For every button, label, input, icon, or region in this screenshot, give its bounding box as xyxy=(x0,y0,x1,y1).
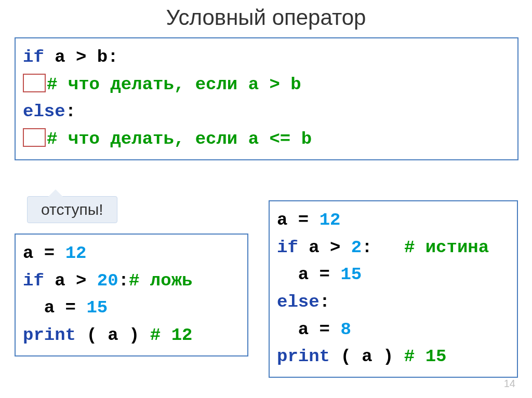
callout-indent: отступы! xyxy=(27,196,117,223)
code-text: a > xyxy=(44,271,97,291)
code-line: print ( a ) # 12 xyxy=(23,322,240,349)
code-text: : xyxy=(362,238,404,257)
code-text: a > xyxy=(298,238,351,257)
code-text: a = xyxy=(23,243,65,263)
code-box-example-true: a = 12 if a > 2: # истина a = 15 else: a… xyxy=(269,200,518,378)
code-text: a = xyxy=(277,265,340,284)
code-line: a = 15 xyxy=(23,294,240,322)
code-text: : xyxy=(65,102,76,121)
code-box-syntax: if a > b: # что делать, если a > b else:… xyxy=(15,37,518,160)
comment: # что делать, если a > b xyxy=(47,75,301,94)
code-line: a = 15 xyxy=(277,261,510,289)
code-line: print ( a ) # 15 xyxy=(277,343,510,370)
comment: # 12 xyxy=(150,325,193,345)
number: 12 xyxy=(65,243,87,263)
code-line: # что делать, если a > b xyxy=(23,71,510,99)
code-line: a = 12 xyxy=(23,240,240,267)
comment: # ложь xyxy=(129,271,192,291)
code-line: if a > 2: # истина xyxy=(277,234,510,262)
keyword-else: else xyxy=(277,292,320,312)
number: 2 xyxy=(351,238,362,257)
code-text: a = xyxy=(277,320,340,339)
number: 12 xyxy=(320,210,341,230)
comment: # 15 xyxy=(404,347,447,366)
number: 20 xyxy=(97,271,118,291)
code-line: else: xyxy=(23,98,510,126)
keyword-print: print xyxy=(277,347,330,366)
keyword-if: if xyxy=(277,238,298,257)
code-box-example-false: a = 12 if a > 20:# ложь a = 15 print ( a… xyxy=(15,234,248,356)
code-text: a = xyxy=(23,298,86,318)
code-text: a = xyxy=(277,210,320,230)
code-line: a = 12 xyxy=(277,207,510,234)
number: 15 xyxy=(86,298,108,318)
code-text: : xyxy=(320,292,330,312)
code-line: else: xyxy=(277,289,510,316)
page-title: Условный оператор xyxy=(0,0,532,34)
comment: # что делать, если a <= b xyxy=(47,129,312,149)
code-line: if a > 20:# ложь xyxy=(23,267,240,295)
keyword-else: else xyxy=(23,102,65,121)
code-line: if a > b: xyxy=(23,44,510,71)
indent-marker xyxy=(23,128,46,147)
code-text: : xyxy=(118,271,129,291)
indent-marker xyxy=(23,74,46,92)
keyword-if: if xyxy=(23,47,44,67)
code-line: # что делать, если a <= b xyxy=(23,126,510,153)
code-text: ( a ) xyxy=(76,325,150,345)
page-number: 14 xyxy=(504,378,515,390)
code-line: a = 8 xyxy=(277,316,510,344)
code-text: a > b: xyxy=(44,47,118,67)
number: 15 xyxy=(340,265,362,284)
code-text: ( a ) xyxy=(330,347,404,366)
number: 8 xyxy=(340,320,351,339)
comment: # истина xyxy=(404,238,489,257)
keyword-if: if xyxy=(23,271,44,291)
keyword-print: print xyxy=(23,325,76,345)
